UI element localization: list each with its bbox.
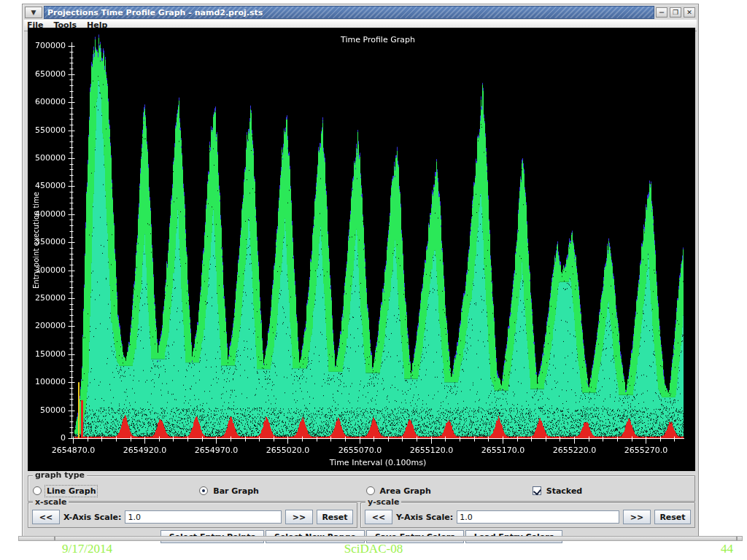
y-scale-back-button[interactable]: << xyxy=(365,510,392,524)
titlebar-buttons: — ❐ ✕ xyxy=(654,6,697,19)
window-resize-bar[interactable] xyxy=(18,536,743,541)
close-icon: ✕ xyxy=(686,9,692,16)
slide-page-number: 44 xyxy=(721,542,733,556)
maximize-icon: ❐ xyxy=(673,9,678,16)
app-window: ▼ Projections Time Profile Graph - namd2… xyxy=(22,4,699,541)
line-graph-label: Line Graph xyxy=(45,486,97,497)
shade-icon: ▼ xyxy=(31,9,36,16)
x-scale-back-button[interactable]: << xyxy=(32,510,60,524)
y-scale-row: << Y-Axis Scale: 1.0 >> Reset xyxy=(365,510,691,524)
x-scale-reset-button[interactable]: Reset xyxy=(317,510,353,524)
minimize-icon: — xyxy=(659,10,665,15)
bar-graph-radio-icon xyxy=(199,486,208,495)
stacked-checkbox-icon xyxy=(533,486,541,495)
radio-bar-graph[interactable]: Bar Graph xyxy=(195,481,361,501)
y-scale-label: Y-Axis Scale: xyxy=(396,513,453,522)
checkbox-stacked[interactable]: Stacked xyxy=(528,481,694,501)
x-scale-input[interactable]: 1.0 xyxy=(125,510,282,524)
minimize-button[interactable]: — xyxy=(656,7,667,18)
area-graph-label: Area Graph xyxy=(379,486,433,497)
y-scale-reset-button[interactable]: Reset xyxy=(654,510,691,524)
graph-type-legend: graph type xyxy=(33,471,87,480)
maximize-button[interactable]: ❐ xyxy=(670,7,681,18)
y-scale-panel: y-scale << Y-Axis Scale: 1.0 >> Reset xyxy=(360,502,695,528)
area-graph-radio-icon xyxy=(366,486,375,495)
titlebar: ▼ Projections Time Profile Graph - namd2… xyxy=(24,6,697,19)
titlebar-main: Projections Time Profile Graph - namd2.p… xyxy=(44,6,654,19)
y-scale-forward-button[interactable]: >> xyxy=(623,510,651,524)
line-graph-radio-icon xyxy=(33,486,42,495)
bar-graph-label: Bar Graph xyxy=(212,486,260,497)
graph-type-panel: graph type Line Graph Bar Graph Area Gra… xyxy=(28,475,695,502)
stacked-label: Stacked xyxy=(545,486,584,497)
x-scale-forward-button[interactable]: >> xyxy=(285,510,313,524)
x-scale-label: X-Axis Scale: xyxy=(63,513,121,522)
x-scale-legend: x-scale xyxy=(33,498,69,507)
time-profile-chart xyxy=(28,28,695,471)
close-button[interactable]: ✕ xyxy=(684,7,695,18)
y-scale-input[interactable]: 1.0 xyxy=(457,510,619,524)
x-scale-panel: x-scale << X-Axis Scale: 1.0 >> Reset xyxy=(28,502,357,528)
graph-type-options: Line Graph Bar Graph Area Graph Stacked xyxy=(28,481,694,501)
slide-footer-center: SciDAC-08 xyxy=(0,542,747,556)
x-scale-row: << X-Axis Scale: 1.0 >> Reset xyxy=(32,510,353,524)
window-title: Projections Time Profile Graph - namd2.p… xyxy=(47,8,263,18)
y-scale-legend: y-scale xyxy=(365,498,401,507)
shade-window-button[interactable]: ▼ xyxy=(25,7,42,18)
